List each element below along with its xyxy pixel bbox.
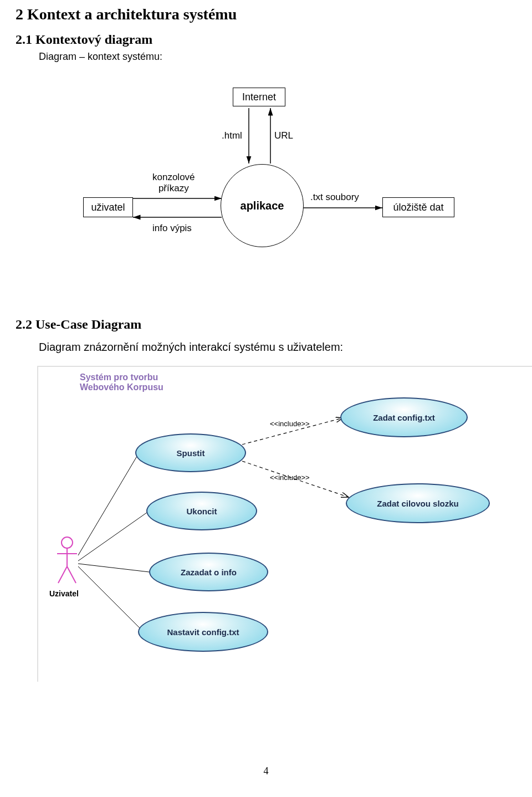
usecase-diagram-caption: Diagram znázornění možných interakcí sys… [39,341,343,354]
node-internet: Internet [233,88,285,106]
context-diagram-caption: Diagram – kontext systému: [39,51,162,63]
svg-point-11 [62,537,73,548]
actor-uzivatel: Uzivatel [55,536,79,597]
usecase-zazadat-info: Zazadat o info [149,553,268,591]
svg-line-14 [58,566,67,583]
usecase-spustit: Spustit [135,433,246,472]
page-number: 4 [264,765,269,777]
edge-label-info: info výpis [152,223,192,234]
include-label-2: <<include>> [270,473,310,482]
edge-label-html: .html [222,130,242,141]
edge-label-txt: .txt soubory [310,192,359,203]
node-uloziste: úložiště dat [382,197,454,217]
usecase-zadat-config: Zadat config.txt [340,397,468,437]
svg-line-6 [78,511,149,561]
svg-line-5 [78,454,138,555]
usecase-ukoncit: Ukoncit [146,492,257,530]
usecase-diagram: Systém pro tvorbu Webového Korpusu Uziva… [37,366,532,682]
usecase-zadat-cilovou-slozku: Zadat cilovou slozku [346,483,490,523]
edge-label-url: URL [274,130,293,141]
node-aplikace: aplikace [221,164,304,247]
context-diagram: Internet uživatel aplikace úložiště dat … [72,78,482,283]
node-uzivatel: uživatel [83,197,133,217]
svg-line-7 [78,564,149,572]
svg-line-15 [67,566,76,583]
include-label-1: <<include>> [270,420,310,428]
heading-section-2-2: 2.2 Use-Case Diagram [16,317,141,332]
heading-section-2-1: 2.1 Kontextový diagram [16,32,152,47]
heading-chapter: 2 Kontext a architektura systému [16,6,237,23]
edge-label-konzolove: konzolové příkazy [152,172,195,194]
actor-label: Uzivatel [49,589,79,598]
usecase-nastavit-config: Nastavit config.txt [138,612,268,652]
svg-line-8 [78,566,144,632]
